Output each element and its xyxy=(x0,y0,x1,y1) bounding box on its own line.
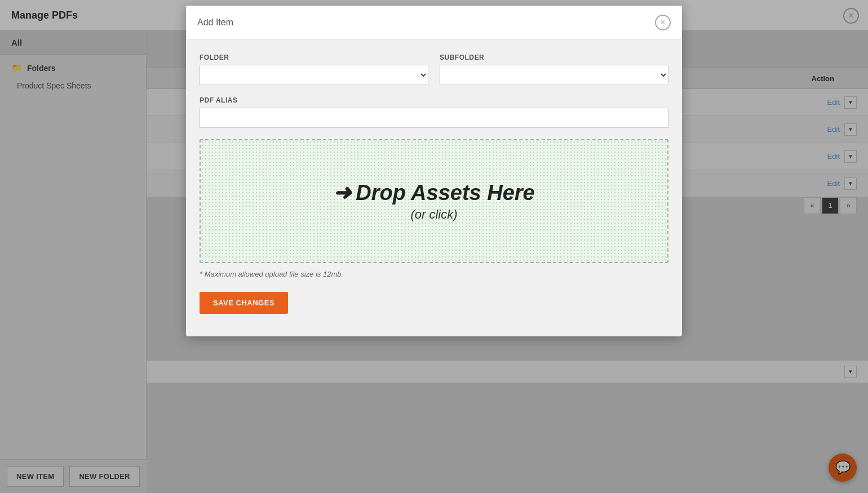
folder-label: FOLDER xyxy=(200,54,428,61)
subfolder-select[interactable] xyxy=(440,65,668,85)
pdf-alias-group: PDF ALIAS xyxy=(200,96,668,128)
drop-zone[interactable]: ➜ Drop Assets Here (or click) xyxy=(200,139,668,263)
folder-select[interactable] xyxy=(200,65,428,85)
upload-note: * Maximum allowed upload file size is 12… xyxy=(200,270,668,278)
drop-zone-subtext: (or click) xyxy=(410,207,457,222)
drop-arrow-icon: ➜ xyxy=(333,180,351,205)
modal-body: FOLDER SUBFOLDER PDF ALIAS xyxy=(186,40,682,319)
folder-subfolder-row: FOLDER SUBFOLDER xyxy=(200,54,668,85)
modal-overlay: Add Item × FOLDER SUBFOLDER xyxy=(0,0,868,493)
drop-zone-main-text: Drop Assets Here xyxy=(356,181,535,205)
pdf-alias-label: PDF ALIAS xyxy=(200,96,668,104)
subfolder-label: SUBFOLDER xyxy=(440,54,668,61)
add-item-modal: Add Item × FOLDER SUBFOLDER xyxy=(186,6,682,336)
subfolder-group: SUBFOLDER xyxy=(440,54,668,85)
modal-header: Add Item × xyxy=(186,6,682,40)
save-changes-button[interactable]: SAVE CHANGES xyxy=(200,292,288,314)
modal-title: Add Item xyxy=(197,17,233,28)
modal-close-button[interactable]: × xyxy=(655,15,671,30)
drop-zone-text: ➜ Drop Assets Here xyxy=(333,180,535,205)
pdf-alias-row: PDF ALIAS xyxy=(200,96,668,128)
folder-group: FOLDER xyxy=(200,54,428,85)
pdf-alias-input[interactable] xyxy=(200,108,668,128)
